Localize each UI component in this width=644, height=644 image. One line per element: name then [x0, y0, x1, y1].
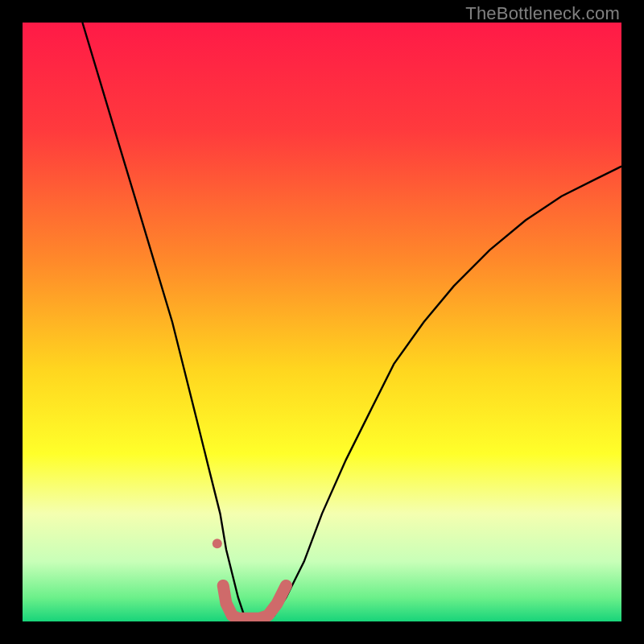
gradient-background — [23, 23, 621, 621]
marker-dot — [213, 539, 222, 548]
bottleneck-chart — [23, 23, 621, 621]
chart-frame — [23, 23, 621, 621]
watermark-text: TheBottleneck.com — [465, 3, 620, 24]
